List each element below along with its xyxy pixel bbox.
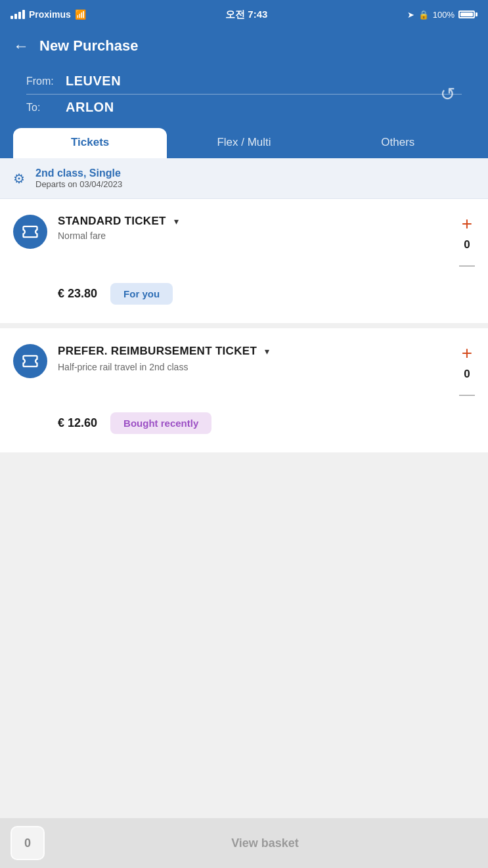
swap-button[interactable]: ↺ [433, 80, 462, 109]
prefer-ticket-title: PREFER. REIMBURSEMENT TICKET [58, 344, 257, 359]
ticket-main-prefer: PREFER. REIMBURSEMENT TICKET ▾ Half-pric… [58, 344, 449, 372]
ticket-main-standard: STANDARD TICKET ▾ Normal fare [58, 215, 449, 241]
tab-others[interactable]: Others [321, 128, 475, 158]
prefer-qty: 0 [464, 368, 470, 381]
prefer-price: € 12.60 [58, 416, 97, 430]
status-left: Proximus 📶 [11, 9, 86, 20]
status-bar: Proximus 📶 오전 7:43 ➤ 🔒 100% [0, 0, 488, 29]
ticket-icon-prefer [13, 344, 47, 378]
filter-departs: Departs on 03/04/2023 [35, 179, 122, 189]
view-basket-button[interactable]: View basket [53, 836, 477, 850]
ticket-title-row: STANDARD TICKET ▾ [58, 215, 449, 228]
standard-ticket-title: STANDARD TICKET [58, 215, 166, 228]
remove-prefer-button[interactable]: — [459, 386, 475, 402]
ticket-controls-standard: + 0 — [459, 215, 475, 272]
svg-point-0 [28, 359, 33, 364]
chevron-down-icon-prefer[interactable]: ▾ [265, 346, 269, 357]
location-icon: ➤ [407, 10, 414, 20]
filter-icon: ⚙ [13, 171, 25, 186]
ticket-svg [21, 223, 39, 241]
ticket-bottom-standard: € 23.80 For you [58, 283, 475, 305]
chevron-down-icon[interactable]: ▾ [174, 216, 179, 227]
ticket-icon-standard [13, 215, 47, 249]
from-row: From: LEUVEN [26, 68, 462, 94]
remove-standard-button[interactable]: — [459, 257, 475, 272]
basket-count: 0 [11, 826, 45, 860]
lock-icon: 🔒 [418, 10, 429, 20]
header-nav: ← New Purchase [13, 37, 475, 55]
to-label: To: [26, 102, 66, 114]
tab-flex-multi[interactable]: Flex / Multi [167, 128, 321, 158]
ticket-header: STANDARD TICKET ▾ Normal fare + 0 — [13, 215, 475, 272]
add-prefer-button[interactable]: + [462, 344, 472, 362]
status-time: 오전 7:43 [225, 9, 267, 21]
to-row: To: ARLON [26, 95, 462, 120]
prefer-ticket-card: PREFER. REIMBURSEMENT TICKET ▾ Half-pric… [0, 328, 488, 458]
bought-recently-tag[interactable]: Bought recently [110, 412, 211, 434]
standard-ticket-subtitle: Normal fare [58, 230, 449, 241]
wifi-icon: 📶 [75, 9, 86, 20]
filter-info: 2nd class, Single Departs on 03/04/2023 [35, 167, 122, 189]
swap-icon: ↺ [440, 83, 455, 105]
signal-icon [11, 10, 25, 19]
to-value: ARLON [66, 100, 114, 115]
standard-qty: 0 [464, 238, 470, 251]
prefer-ticket-header: PREFER. REIMBURSEMENT TICKET ▾ Half-pric… [13, 344, 475, 402]
status-right: ➤ 🔒 100% [407, 10, 477, 20]
standard-ticket-card: STANDARD TICKET ▾ Normal fare + 0 — € 23… [0, 199, 488, 328]
standard-price: € 23.80 [58, 287, 97, 301]
header: ← New Purchase From: LEUVEN To: ARLON ↺ … [0, 29, 488, 158]
add-standard-button[interactable]: + [462, 215, 472, 233]
filter-class: 2nd class, Single [35, 167, 122, 179]
ticket-bottom-prefer: € 12.60 Bought recently [58, 412, 475, 434]
prefer-ticket-svg [21, 352, 39, 370]
battery-icon [458, 11, 477, 18]
back-button[interactable]: ← [13, 37, 29, 55]
battery-percent: 100% [433, 10, 455, 20]
from-label: From: [26, 76, 66, 87]
ticket-controls-prefer: + 0 — [459, 344, 475, 402]
filter-bar[interactable]: ⚙ 2nd class, Single Departs on 03/04/202… [0, 158, 488, 199]
bottom-bar: 0 View basket [0, 818, 488, 868]
tabs-container: Tickets Flex / Multi Others [13, 120, 475, 158]
from-value: LEUVEN [66, 74, 121, 89]
prefer-title-row: PREFER. REIMBURSEMENT TICKET ▾ [58, 344, 449, 359]
for-you-tag[interactable]: For you [110, 283, 173, 305]
main-content: STANDARD TICKET ▾ Normal fare + 0 — € 23… [0, 199, 488, 458]
prefer-ticket-subtitle: Half-price rail travel in 2nd class [58, 362, 449, 372]
route-container: From: LEUVEN To: ARLON ↺ [13, 68, 475, 120]
page-title: New Purchase [39, 37, 138, 54]
tab-tickets[interactable]: Tickets [13, 128, 167, 158]
carrier-name: Proximus [29, 9, 71, 20]
